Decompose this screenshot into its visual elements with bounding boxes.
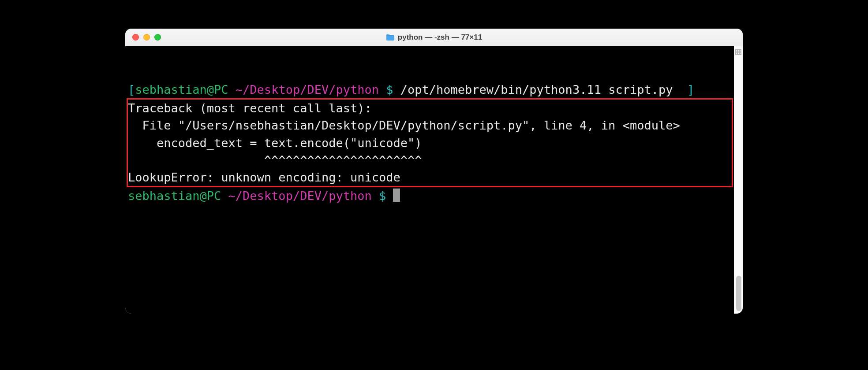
bracket-open: [	[128, 83, 135, 96]
traceback-line1: Traceback (most recent call last):	[128, 101, 372, 115]
bracket-close: ]	[687, 83, 694, 96]
prompt-user-host: sebhastian@PC	[135, 83, 228, 96]
prompt-dollar: $	[379, 83, 400, 96]
scrollbar-track[interactable]	[734, 46, 743, 314]
traceback-line2: File "/Users/nsebhastian/Desktop/DEV/pyt…	[128, 118, 680, 132]
cursor	[393, 189, 400, 202]
scrollbar-thumb[interactable]	[736, 276, 741, 311]
terminal-body[interactable]: [sebhastian@PC ~/Desktop/DEV/python $ /o…	[125, 46, 743, 314]
traceback-line5: LookupError: unknown encoding: unicode	[128, 170, 400, 184]
traceback-line3: encoded_text = text.encode("unicode")	[128, 136, 422, 150]
minimize-button[interactable]	[143, 34, 150, 41]
terminal-window: python — -zsh — 77×11 [sebhastian@PC ~/D…	[125, 29, 743, 314]
titlebar[interactable]: python — -zsh — 77×11	[125, 29, 743, 46]
command-text: /opt/homebrew/bin/python3.11 script.py	[400, 83, 673, 96]
prompt-line-1: [sebhastian@PC ~/Desktop/DEV/python $ /o…	[128, 81, 743, 98]
maximize-button[interactable]	[154, 34, 161, 41]
traffic-lights	[132, 34, 161, 41]
close-button[interactable]	[132, 34, 139, 41]
error-highlight: Traceback (most recent call last): File …	[127, 98, 733, 187]
prompt-line-2: sebhastian@PC ~/Desktop/DEV/python $	[128, 187, 743, 204]
prompt2-path: ~/Desktop/DEV/python	[221, 189, 371, 203]
folder-icon	[386, 34, 394, 41]
prompt-path: ~/Desktop/DEV/python	[228, 83, 379, 96]
title-center: python — -zsh — 77×11	[125, 33, 743, 42]
scrollbar-top-indicator	[735, 49, 741, 55]
prompt2-user-host: sebhastian@PC	[128, 189, 221, 203]
traceback-line4: ^^^^^^^^^^^^^^^^^^^^^^	[128, 153, 422, 167]
prompt2-dollar: $	[372, 189, 393, 203]
window-title: python — -zsh — 77×11	[398, 33, 482, 42]
